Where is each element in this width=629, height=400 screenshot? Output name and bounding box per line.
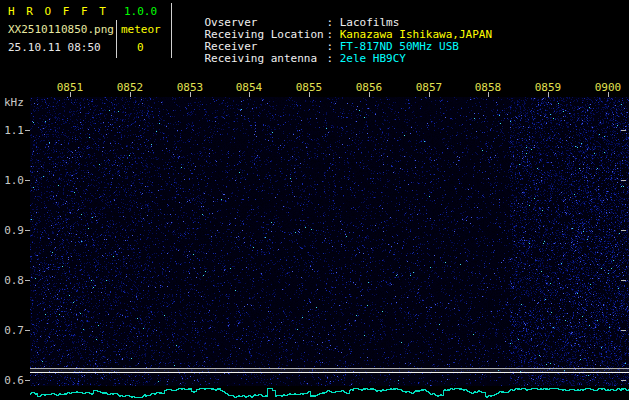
freq-tick-left [25,130,30,131]
freq-tick-left [25,330,30,331]
freq-tick-right [621,180,626,181]
info-row-antenna: Receiving antenna: 2ele HB9CY [178,41,406,77]
output-filename: XX2510110850.png [8,23,114,36]
time-tick [130,92,131,97]
y-axis-unit-label: kHz [4,96,24,109]
freq-tick-right [621,130,626,131]
freq-tick-right [621,330,626,331]
hrofft-window: H R O F F T 1.0.0 XX2510110850.png meteo… [0,0,629,400]
header-separator-line [171,3,172,58]
freq-tick-left [25,380,30,381]
time-tick [608,92,609,97]
time-tick [309,92,310,97]
time-tick [249,92,250,97]
meteor-box-left-line [116,20,117,58]
time-tick [488,92,489,97]
info-separator: : [327,52,340,65]
app-version: 1.0.0 [124,5,157,18]
info-label: Receiving antenna [205,53,327,65]
time-tick [548,92,549,97]
info-value: 2ele HB9CY [340,52,406,65]
freq-tick-right [621,280,626,281]
time-tick [190,92,191,97]
time-tick [369,92,370,97]
observation-datetime: 25.10.11 08:50 [8,41,101,54]
freq-label: 0.8 [1,274,24,287]
app-title: H R O F F T [8,5,108,18]
freq-label: 0.6 [1,374,24,387]
freq-tick-left [25,230,30,231]
freq-label: 0.9 [1,224,24,237]
signal-level-strip [30,386,629,400]
spectrogram-canvas [30,97,629,386]
freq-tick-left [25,280,30,281]
time-tick [429,92,430,97]
freq-label: 1.0 [1,174,24,187]
freq-tick-right [621,230,626,231]
time-tick [70,92,71,97]
meteor-counter-value: 0 [137,41,144,54]
freq-label: 0.7 [1,324,24,337]
freq-tick-left [25,180,30,181]
freq-tick-right [621,380,626,381]
freq-label: 1.1 [1,124,24,137]
meteor-counter-label: meteor [121,23,161,36]
